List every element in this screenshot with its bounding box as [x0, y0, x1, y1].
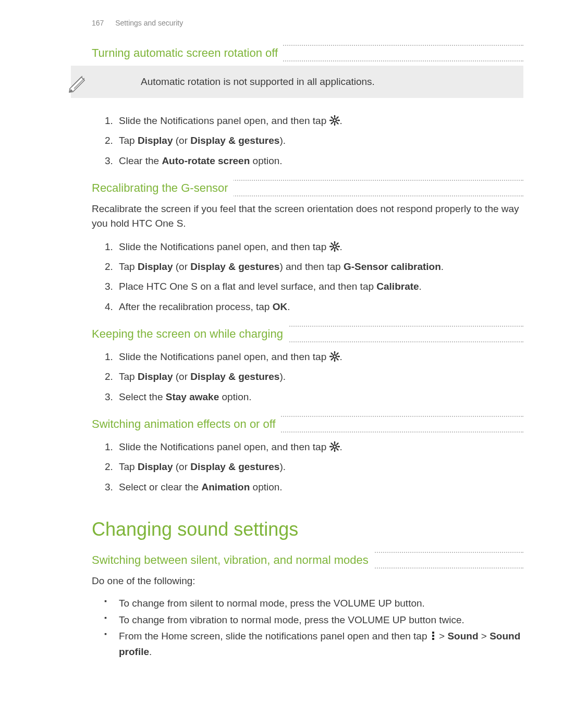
list-item: To change from vibration to normal mode,… — [116, 612, 523, 627]
ordered-steps: Slide the Notifications panel open, and … — [102, 349, 523, 405]
bold-term: OK — [273, 301, 288, 312]
section-heading: Keeping the screen on while charging — [92, 326, 288, 342]
section-heading-row: Keeping the screen on while charging — [92, 326, 523, 342]
bold-term: Display — [138, 461, 173, 472]
step-item: Clear the Auto-rotate screen option. — [116, 153, 523, 169]
bold-term: Sound — [447, 631, 478, 641]
section-heading: Switching animation effects on or off — [92, 416, 281, 433]
section-intro: Recalibrate the screen if you feel that … — [92, 202, 523, 231]
bold-term: Animation — [201, 482, 250, 492]
section-intro: Do one of the following: — [92, 574, 523, 589]
settings-gear-icon — [329, 350, 340, 361]
page-header: 167 Settings and security — [92, 19, 523, 27]
bold-term: Display & gestures — [190, 371, 279, 382]
list-item: To change from silent to normal mode, pr… — [116, 596, 523, 611]
section-heading-row: Switching animation effects on or off — [92, 416, 523, 433]
section-heading-row: Recalibrating the G-sensor — [92, 180, 523, 196]
section-heading: Turning automatic screen rotation off — [92, 45, 283, 61]
settings-gear-icon — [329, 114, 340, 125]
ordered-steps: Slide the Notifications panel open, and … — [102, 113, 523, 169]
section-heading-row: Switching between silent, vibration, and… — [92, 552, 523, 569]
document-page: 167 Settings and security Turning automa… — [0, 0, 563, 728]
bold-term: Calibrate — [376, 281, 419, 292]
bold-term: Display & gestures — [190, 135, 279, 146]
list-item: From the Home screen, slide the notifica… — [116, 628, 523, 659]
settings-gear-icon — [329, 240, 340, 251]
bold-term: Display — [138, 261, 173, 272]
pencil-icon — [68, 73, 89, 96]
step-item: Tap Display (or Display & gestures) and … — [116, 258, 523, 275]
note-callout: Automatic rotation is not supported in a… — [71, 66, 523, 98]
step-item: Select or clear the Animation option. — [116, 479, 523, 496]
ordered-steps: Slide the Notifications panel open, and … — [102, 239, 523, 315]
bold-term: Display — [138, 371, 173, 382]
sound-section: Switching between silent, vibration, and… — [40, 552, 523, 659]
step-item: Select the Stay awake option. — [116, 389, 523, 405]
step-item: Slide the Notifications panel open, and … — [116, 239, 523, 255]
bold-term: Display & gestures — [190, 261, 279, 272]
step-item: Tap Display (or Display & gestures). — [116, 132, 523, 149]
ordered-steps: Slide the Notifications panel open, and … — [102, 439, 523, 496]
step-item: Tap Display (or Display & gestures). — [116, 459, 523, 475]
major-heading: Changing sound settings — [92, 519, 523, 540]
page-number: 167 — [92, 19, 104, 27]
step-item: Slide the Notifications panel open, and … — [116, 113, 523, 129]
section-heading: Switching between silent, vibration, and… — [92, 552, 374, 569]
breadcrumb: Settings and security — [115, 19, 183, 27]
more-vertical-icon — [430, 630, 436, 639]
section-heading-row: Turning automatic screen rotation off — [92, 45, 523, 61]
step-item: Slide the Notifications panel open, and … — [116, 439, 523, 455]
note-text: Automatic rotation is not supported in a… — [141, 76, 512, 88]
sections-container: Turning automatic screen rotation offAut… — [40, 45, 523, 496]
step-item: Slide the Notifications panel open, and … — [116, 349, 523, 365]
settings-gear-icon — [329, 440, 340, 451]
step-item: Place HTC One S on a flat and level surf… — [116, 278, 523, 295]
bold-term: Auto-rotate screen — [162, 155, 250, 166]
bullet-list: To change from silent to normal mode, pr… — [102, 596, 523, 659]
bold-term: Stay awake — [166, 391, 219, 402]
step-item: Tap Display (or Display & gestures). — [116, 368, 523, 385]
bold-term: G-Sensor calibration — [344, 261, 441, 272]
section-heading: Recalibrating the G-sensor — [92, 180, 234, 196]
bold-term: Display — [138, 135, 173, 146]
bold-term: Display & gestures — [190, 461, 279, 472]
step-item: After the recalibration process, tap OK. — [116, 299, 523, 315]
